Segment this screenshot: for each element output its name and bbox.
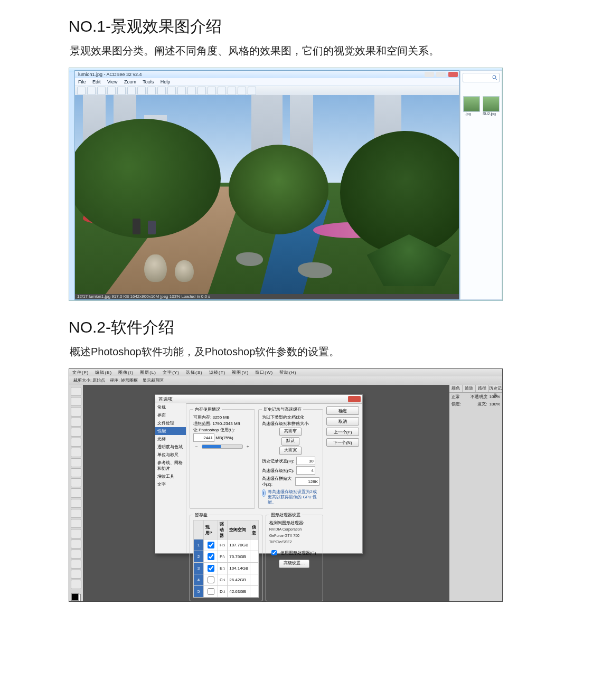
window-maximize-button[interactable] bbox=[436, 72, 446, 77]
scratch-row[interactable]: 2F:\75.75GB bbox=[194, 551, 259, 563]
toolbar-button[interactable] bbox=[167, 87, 176, 95]
color-swatch[interactable] bbox=[71, 593, 81, 601]
ps-menu-select[interactable]: 选择(S) bbox=[186, 370, 203, 375]
tool-hand[interactable] bbox=[71, 570, 81, 579]
tool-shape[interactable] bbox=[71, 560, 81, 569]
menu-file[interactable]: File bbox=[78, 79, 86, 84]
ps-options-bar[interactable]: 裁剪大小: 原始点 程序: 矩形图框 显示裁剪区 bbox=[69, 376, 502, 385]
tool-dodge[interactable] bbox=[71, 519, 81, 528]
slider-plus-icon[interactable]: + bbox=[245, 444, 251, 449]
toolbar-button[interactable] bbox=[107, 87, 116, 95]
ps-menubar[interactable]: 文件(F) 编辑(E) 图像(I) 图层(L) 文字(Y) 选择(S) 滤镜(T… bbox=[69, 369, 502, 376]
ps-menu-image[interactable]: 图像(I) bbox=[118, 370, 134, 375]
mem-slider[interactable]: − + bbox=[193, 443, 251, 450]
panel-tab-color[interactable]: 颜色 bbox=[449, 385, 463, 392]
menu-view[interactable]: View bbox=[107, 79, 117, 84]
scratch-checkbox[interactable] bbox=[208, 565, 214, 572]
fill-value[interactable]: 100% bbox=[490, 402, 500, 406]
prefs-cat-units[interactable]: 单位与标尺 bbox=[155, 451, 186, 459]
tool-eyedropper[interactable] bbox=[71, 438, 81, 447]
prefs-cat-interface[interactable]: 界面 bbox=[155, 411, 186, 419]
ps-menu-layer[interactable]: 图层(L) bbox=[140, 370, 156, 375]
tool-history-brush[interactable] bbox=[71, 478, 81, 487]
ps-menu-file[interactable]: 文件(F) bbox=[72, 370, 89, 375]
hist-tile-input[interactable] bbox=[295, 477, 319, 486]
prefs-ok-button[interactable]: 确定 bbox=[326, 406, 359, 415]
tool-move[interactable] bbox=[71, 387, 81, 396]
opt-show-crop[interactable]: 显示裁剪区 bbox=[143, 378, 164, 383]
toolbar-button[interactable] bbox=[87, 87, 96, 95]
ps-menu-type[interactable]: 文字(Y) bbox=[163, 370, 180, 375]
blend-mode-select[interactable]: 正常 bbox=[452, 394, 460, 400]
panel-tab-channel[interactable]: 通道 bbox=[463, 385, 476, 392]
acdsee-menubar[interactable]: File Edit View Zoom Tools Help bbox=[75, 78, 459, 86]
tool-stamp[interactable] bbox=[71, 468, 81, 477]
hist-levels-input[interactable] bbox=[296, 466, 315, 475]
prefs-cat-performance[interactable]: 性能 bbox=[155, 427, 186, 435]
tool-lasso[interactable] bbox=[71, 407, 81, 416]
scratch-checkbox[interactable] bbox=[208, 553, 214, 560]
window-minimize-button[interactable] bbox=[425, 72, 434, 77]
tool-blur[interactable] bbox=[71, 509, 81, 518]
menu-zoom[interactable]: Zoom bbox=[124, 79, 136, 84]
scratch-row[interactable]: 4C:\26.42GB bbox=[194, 574, 259, 586]
toolbar-button[interactable] bbox=[117, 87, 126, 95]
prefs-prev-button[interactable]: 上一个(P) bbox=[326, 428, 359, 436]
scratch-checkbox[interactable] bbox=[208, 542, 214, 548]
prefs-cat-filehandling[interactable]: 文件处理 bbox=[155, 419, 186, 427]
ps-menu-edit[interactable]: 编辑(E) bbox=[95, 370, 112, 375]
toolbar-button[interactable] bbox=[137, 87, 146, 95]
scratch-checkbox[interactable] bbox=[208, 588, 214, 595]
acdsee-titlebar[interactable]: lumion1.jpg - ACDSee 32 v2.4 bbox=[75, 71, 459, 78]
gpu-use-checkbox[interactable] bbox=[271, 550, 277, 555]
opt-prog-value[interactable]: 矩形图框 bbox=[121, 378, 138, 383]
tool-path[interactable] bbox=[71, 550, 81, 559]
prefs-cat-guides[interactable]: 参考线、网格和切片 bbox=[155, 459, 186, 472]
toolbar-button[interactable] bbox=[208, 87, 216, 95]
menu-help[interactable]: Help bbox=[161, 79, 171, 84]
hist-states-input[interactable] bbox=[296, 457, 315, 465]
scratch-row[interactable]: 5D:\42.63GB bbox=[194, 586, 259, 598]
gpu-advanced-button[interactable]: 高级设置… bbox=[279, 560, 309, 568]
menu-tools[interactable]: Tools bbox=[143, 79, 154, 84]
toolbar-button[interactable] bbox=[228, 87, 236, 95]
scratch-checkbox[interactable] bbox=[208, 576, 214, 583]
tool-wand[interactable] bbox=[71, 418, 81, 427]
menu-edit[interactable]: Edit bbox=[92, 79, 101, 84]
prefs-cat-cursor[interactable]: 光标 bbox=[155, 435, 186, 443]
tool-zoom[interactable] bbox=[71, 580, 81, 589]
opt-crop-preset[interactable]: 原始点 bbox=[92, 378, 105, 383]
prefs-close-button[interactable] bbox=[348, 396, 361, 402]
mem-let-input[interactable] bbox=[193, 433, 214, 442]
tool-eraser[interactable] bbox=[71, 488, 81, 497]
toolbar-button[interactable] bbox=[177, 87, 186, 95]
toolbar-button[interactable] bbox=[147, 87, 156, 95]
toolbar-button[interactable] bbox=[197, 87, 206, 95]
explorer-thumbnail[interactable] bbox=[483, 96, 500, 112]
tool-crop[interactable] bbox=[71, 428, 81, 437]
prefs-cancel-button[interactable]: 取消 bbox=[326, 417, 359, 425]
toolbar-button[interactable] bbox=[187, 87, 196, 95]
tool-brush[interactable] bbox=[71, 458, 81, 467]
toolbar-button[interactable] bbox=[238, 87, 246, 95]
toolbar-button[interactable] bbox=[248, 87, 256, 95]
ps-menu-view[interactable]: 视图(V) bbox=[232, 370, 249, 375]
tool-heal[interactable] bbox=[71, 448, 81, 457]
panel-tab-path[interactable]: 路径 bbox=[476, 385, 489, 392]
panel-tab-history[interactable]: 历史记录 bbox=[489, 385, 502, 392]
prefs-cat-type[interactable]: 文字 bbox=[155, 480, 186, 488]
scratch-row[interactable]: 3E:\104.14GB bbox=[194, 563, 259, 574]
toolbar-button[interactable] bbox=[97, 87, 106, 95]
toolbar-button[interactable] bbox=[157, 87, 166, 95]
opacity-value[interactable]: 100% bbox=[490, 394, 500, 399]
explorer-thumbnail[interactable] bbox=[463, 96, 480, 112]
tool-pen[interactable] bbox=[71, 529, 81, 538]
toolbar-button[interactable] bbox=[127, 87, 136, 95]
tool-marquee[interactable] bbox=[71, 397, 81, 406]
prefs-next-button[interactable]: 下一个(N) bbox=[326, 438, 359, 447]
slider-minus-icon[interactable]: − bbox=[193, 444, 200, 449]
prefs-cat-general[interactable]: 常规 bbox=[155, 403, 186, 411]
ps-menu-window[interactable]: 窗口(W) bbox=[255, 370, 273, 375]
window-close-button[interactable] bbox=[448, 72, 458, 77]
prefs-titlebar[interactable]: 首选项 bbox=[155, 395, 362, 404]
